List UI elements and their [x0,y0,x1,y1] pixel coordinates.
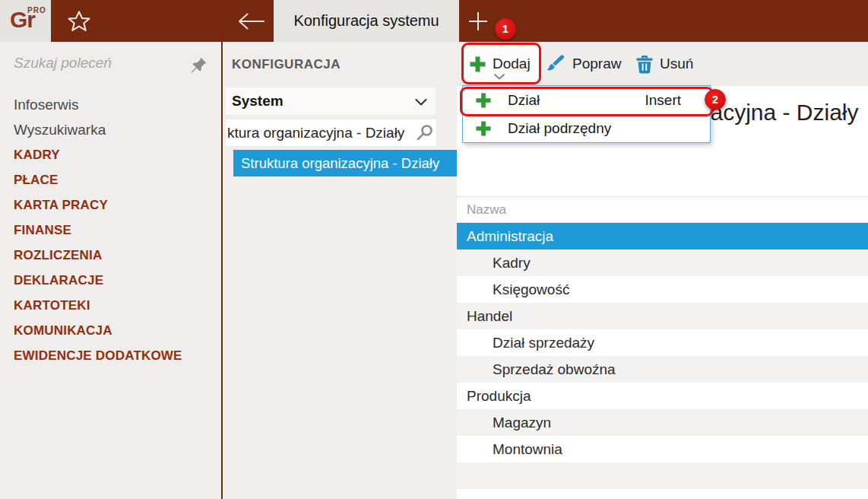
config-result-selected[interactable]: Struktura organizacyjna - Działy [233,150,457,176]
plus-icon [467,10,489,33]
green-plus-icon [470,56,486,72]
annotation-step-badge-2: 2 [705,89,726,110]
new-tab-button[interactable] [467,10,489,33]
sidebar-item-rozliczenia[interactable]: ROZLICZENIA [0,243,221,268]
table-row-produkcja[interactable]: Produkcja [457,383,868,409]
menu-item-dzial-podrzedny-label: Dział podrzędny [508,120,611,137]
edit-button[interactable]: Popraw [544,50,621,78]
config-search-value: ktura organizacyjna - Działy [226,125,404,141]
annotation-box-dzial-item [460,87,714,116]
add-dropdown-chevron-icon[interactable] [494,74,505,80]
scope-select-value: System [232,93,284,110]
scope-select[interactable]: System [226,87,436,115]
back-button[interactable] [236,11,266,31]
table-row-administracja[interactable]: Administracja [457,223,868,249]
sidebar-item-finanse[interactable]: FINANSE [0,218,221,243]
table-header-nazwa[interactable]: Nazwa [457,196,868,223]
table-row-kadry[interactable]: Kadry [457,249,868,276]
annotation-step-badge-1: 1 [495,18,516,40]
delete-button-label: Usuń [660,56,693,72]
sidebar-item-place[interactable]: PŁACE [0,167,221,192]
command-search-placeholder: Szukaj poleceń [14,55,112,72]
chevron-down-icon [415,99,427,106]
title-bar: Gr PRO Konfiguracja systemu [0,0,868,42]
departments-table: Nazwa Administracja Kadry Księgowość Han… [457,196,868,489]
table-row-dzial-sprzedazy[interactable]: Dział sprzedaży [457,329,868,356]
menu-item-dzial-podrzedny[interactable]: Dział podrzędny [463,114,710,142]
app-logo-pro-badge: PRO [27,6,46,14]
table-row-handel[interactable]: Handel [457,303,868,329]
sidebar-item-ewidencje-dodatkowe[interactable]: EWIDENCJE DODATKOWE [0,343,221,368]
command-search-input[interactable]: Szukaj poleceń [0,42,221,84]
magnifier-icon [416,124,434,142]
delete-button[interactable]: Usuń [636,50,693,78]
sidebar-item-kartoteki[interactable]: KARTOTEKI [0,293,221,318]
star-icon [67,9,91,33]
back-arrow-icon [236,11,266,31]
sidebar-item-karta-pracy[interactable]: KARTA PRACY [0,192,221,218]
edit-button-label: Popraw [572,56,621,72]
sidebar-item-komunikacja[interactable]: KOMUNIKACJA [0,318,221,343]
module-list: Infoserwis Wyszukiwarka KADRY PŁACE KART… [0,92,221,368]
configuration-panel: KONFIGURACJA System ktura organizacyjna … [224,42,457,499]
table-row-sprzedaz-obwozna[interactable]: Sprzedaż obwoźna [457,356,868,383]
tab-konfiguracja-systemu[interactable]: Konfiguracja systemu [274,0,459,42]
sidebar-item-infoserwis[interactable]: Infoserwis [0,92,221,117]
table-row-montownia[interactable]: Montownia [457,436,868,462]
table-row-ksiegowosc[interactable]: Księgowość [457,276,868,303]
trash-icon [636,55,653,74]
add-button-label: Dodaj [493,56,531,72]
sidebar-item-deklaracje[interactable]: DEKLARACJE [0,268,221,293]
sidebar-item-kadry[interactable]: KADRY [0,142,221,167]
main-menu-sidebar: Szukaj poleceń Infoserwis Wyszukiwarka K… [0,42,223,499]
table-row-magazyn[interactable]: Magazyn [457,409,868,436]
tab-label: Konfiguracja systemu [293,12,439,30]
paintbrush-icon [544,54,565,74]
app-logo[interactable]: Gr PRO [0,0,51,42]
sidebar-item-wyszukiwarka[interactable]: Wyszukiwarka [0,117,221,142]
favorites-button[interactable] [67,9,91,33]
configuration-heading: KONFIGURACJA [232,57,341,72]
pushpin-icon[interactable] [191,56,207,73]
table-row-empty [457,462,868,489]
green-plus-icon [476,121,491,136]
config-search-input[interactable]: ktura organizacyjna - Działy [226,119,436,146]
